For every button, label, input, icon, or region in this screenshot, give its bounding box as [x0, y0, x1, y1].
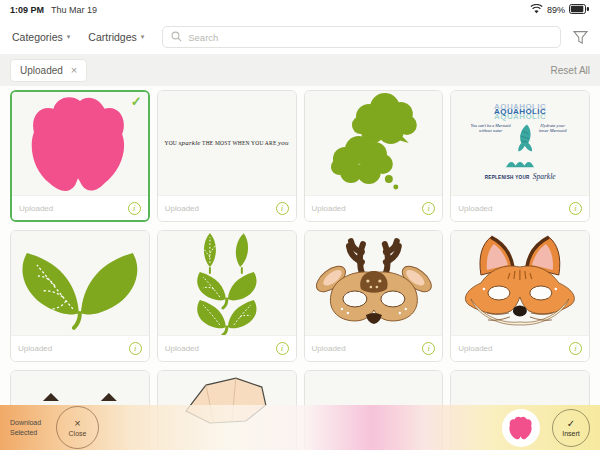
card-footer: Uploaded i	[305, 335, 443, 361]
cartridges-label: Cartridges	[88, 31, 136, 43]
card-status-label: Uploaded	[18, 344, 52, 353]
search-input[interactable]	[188, 32, 552, 43]
leaf-pair-graphic	[11, 231, 149, 335]
selected-image-thumbnail	[502, 409, 540, 447]
battery-icon	[569, 4, 590, 16]
chip-close-icon[interactable]: ×	[71, 64, 77, 76]
card-leaf-pair[interactable]: Uploaded i	[10, 230, 150, 362]
card-fox-mask[interactable]: Uploaded i	[450, 230, 590, 362]
search-bar[interactable]	[162, 26, 561, 48]
quote-part: YOU	[164, 140, 177, 146]
toolbar: Categories ▾ Cartridges ▾	[0, 20, 600, 54]
close-label: Close	[69, 430, 87, 437]
card-status-label: Uploaded	[312, 344, 346, 353]
pink-petal-graphic: ✓	[12, 92, 148, 195]
card-status-label: Uploaded	[165, 204, 199, 213]
categories-dropdown[interactable]: Categories ▾	[12, 31, 70, 43]
deer-mask-shapes	[305, 231, 443, 335]
petal-thumb-shape	[508, 416, 534, 440]
card-footer: Uploaded i	[305, 195, 443, 221]
selected-check-icon: ✓	[131, 94, 142, 109]
info-icon[interactable]: i	[569, 202, 582, 215]
mermaid-scales-shape	[503, 155, 537, 169]
clock-date: Thu Mar 19	[51, 5, 97, 15]
info-icon[interactable]: i	[569, 342, 582, 355]
aquaholic-ghost: AQUAHOLIC	[494, 115, 546, 120]
download-selected-button[interactable]: Download Selected	[10, 418, 50, 437]
close-icon: ×	[74, 418, 80, 429]
info-icon[interactable]: i	[128, 202, 141, 215]
info-icon[interactable]: i	[422, 202, 435, 215]
info-icon[interactable]: i	[422, 342, 435, 355]
card-footer: Uploaded i	[158, 335, 296, 361]
mermaid-graphic: AQUAHOLIC AQUAHOLIC AQUAHOLIC You can't …	[451, 91, 589, 195]
fox-mask-graphic	[451, 231, 589, 335]
categories-label: Categories	[12, 31, 63, 43]
card-quote-text[interactable]: YOU sparkle THE MOST WHEN YOU ARE you Up…	[157, 90, 297, 222]
chevron-down-icon: ▾	[141, 33, 145, 41]
fox-mask-shapes	[451, 231, 589, 335]
close-button[interactable]: × Close	[56, 406, 99, 449]
filter-chip-label: Uploaded	[20, 65, 63, 76]
card-status-label: Uploaded	[19, 204, 53, 213]
petal-shape	[24, 95, 136, 193]
card-footer: Uploaded i	[451, 195, 589, 221]
mermaid-tail-shape	[517, 123, 534, 153]
quote-part-script: sparkle	[179, 139, 201, 147]
quote-part: THE MOST WHEN YOU ARE	[202, 140, 276, 146]
leaf-pair-shapes	[11, 231, 149, 335]
filter-bar: Uploaded × Reset All	[0, 54, 600, 86]
filter-funnel-icon[interactable]	[573, 30, 588, 45]
card-mermaid-bundle[interactable]: AQUAHOLIC AQUAHOLIC AQUAHOLIC You can't …	[450, 90, 590, 222]
card-footer: Uploaded i	[11, 335, 149, 361]
replenish-text: REPLENISH YOUR	[485, 175, 530, 180]
insert-label: Insert	[562, 430, 580, 437]
aquaholic-title: AQUAHOLIC AQUAHOLIC AQUAHOLIC	[494, 105, 546, 120]
info-icon[interactable]: i	[276, 342, 289, 355]
card-deer-mask[interactable]: Uploaded i	[304, 230, 444, 362]
card-footer: Uploaded i	[158, 195, 296, 221]
card-pink-petal[interactable]: ✓ Uploaded i	[10, 90, 150, 222]
filter-chip-uploaded[interactable]: Uploaded ×	[10, 59, 87, 82]
wifi-icon	[530, 4, 543, 16]
clock-time: 1:09 PM	[10, 5, 44, 15]
search-icon	[171, 28, 182, 46]
info-icon[interactable]: i	[129, 342, 142, 355]
sparkle-script-text: Sparkle	[533, 172, 556, 181]
cartridges-dropdown[interactable]: Cartridges ▾	[88, 31, 144, 43]
info-icon[interactable]: i	[276, 202, 289, 215]
card-status-label: Uploaded	[458, 344, 492, 353]
image-grid: ✓ Uploaded i YOU sparkle THE MOST WHEN Y…	[0, 86, 600, 450]
card-status-label: Uploaded	[312, 204, 346, 213]
quote-part-script: you	[278, 139, 289, 147]
thought-bubbles-graphic	[305, 91, 443, 195]
status-bar: 1:09 PM Thu Mar 19 89%	[0, 0, 600, 20]
card-thought-bubbles[interactable]: Uploaded i	[304, 90, 444, 222]
deer-mask-graphic	[305, 231, 443, 335]
reset-all-button[interactable]: Reset All	[551, 65, 590, 76]
card-leaf-set[interactable]: Uploaded i	[157, 230, 297, 362]
mermaid-quote-right: Hydrate your inner Mermaid	[536, 123, 570, 134]
thought-bubble-shapes	[305, 91, 443, 195]
chevron-down-icon: ▾	[67, 33, 71, 41]
leaf-set-graphic	[158, 231, 296, 335]
card-footer: Uploaded i	[451, 335, 589, 361]
battery-percent: 89%	[547, 5, 565, 15]
mermaid-quote-left: You can't be a Mermaid without water	[471, 123, 511, 134]
card-footer: Uploaded i	[12, 195, 148, 221]
card-status-label: Uploaded	[165, 344, 199, 353]
check-icon: ✓	[567, 419, 575, 429]
bottom-action-bar: Download Selected × Close ✓ Insert	[0, 405, 600, 450]
design-space-image-picker: 1:09 PM Thu Mar 19 89% Categories ▾ Cart…	[0, 0, 600, 450]
quote-graphic: YOU sparkle THE MOST WHEN YOU ARE you	[158, 91, 296, 195]
card-status-label: Uploaded	[458, 204, 492, 213]
leaf-set-shapes	[158, 231, 296, 335]
insert-button[interactable]: ✓ Insert	[552, 409, 590, 447]
